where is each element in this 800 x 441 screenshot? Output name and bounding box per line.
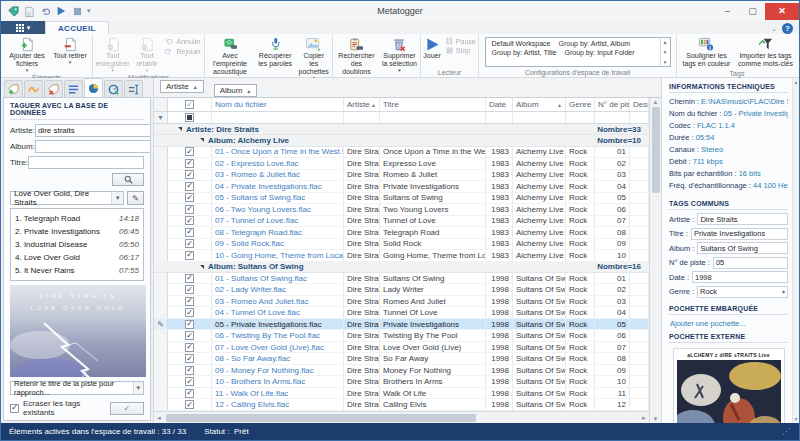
highlight-tags-button[interactable]: Souligner les tags en couleur [679, 35, 735, 69]
minimize-button[interactable]: – [715, 3, 740, 20]
tag-input[interactable]: Rock▾ [697, 286, 788, 298]
row-checkbox[interactable]: ✓ [185, 147, 194, 156]
table-row[interactable]: ✓06 - Two Young Lovers.flacDire StraitsT… [154, 204, 649, 216]
header-titre[interactable]: Titre [380, 98, 486, 111]
row-checkbox[interactable]: ✓ [185, 239, 194, 248]
row-checkbox[interactable]: ✓ [185, 285, 194, 294]
resize-grip[interactable]: ⋰ [782, 427, 791, 436]
edit-release-button[interactable]: ✎ [127, 191, 144, 205]
row-checkbox[interactable]: ✓ [185, 182, 194, 191]
copy-covers-button[interactable]: Copier les pochettes ▾ [296, 35, 331, 81]
header-genre[interactable]: Genre [566, 98, 595, 111]
tab-rename[interactable] [124, 80, 143, 97]
row-checkbox[interactable]: ✓ [185, 159, 194, 168]
track-list-item[interactable]: 3. Industrial Disease05:50 [15, 238, 139, 251]
play-button[interactable]: Jouer [421, 35, 443, 61]
maximize-button[interactable]: ▢ [740, 3, 765, 20]
filter-genre[interactable] [566, 112, 595, 123]
table-row[interactable]: ✓06 - Twisting By The Pool.flacDire Stra… [154, 330, 649, 342]
group-row-album[interactable]: Album: Sultans Of SwingNombre=16 [154, 262, 649, 273]
scroll-up-icon[interactable]: ▲ [663, 39, 668, 45]
header-album[interactable]: Album▲ [513, 98, 566, 111]
remove-all-button[interactable]: Tout retirer ▾ [51, 35, 89, 65]
scroll-down-icon[interactable]: ▼ [663, 49, 668, 55]
table-row[interactable]: ✓12 - Calling Elvis.flacDire StraitsCall… [154, 399, 649, 411]
delete-selection-button[interactable]: Supprimer la sélection ▾ [380, 35, 419, 73]
album-field[interactable] [35, 140, 151, 153]
workspace-item[interactable]: Group by: Artist, Title [488, 48, 561, 57]
filter-album[interactable] [513, 112, 566, 123]
row-checkbox[interactable]: ✓ [185, 170, 194, 179]
table-row[interactable]: ✓09 - Money For Nothing.flacDire Straits… [154, 365, 649, 377]
tag-icon[interactable] [7, 5, 19, 17]
scroll-up-icon[interactable]: ▲ [653, 99, 659, 105]
add-cover-link[interactable]: Ajouter une pochette... [670, 319, 788, 328]
tab-database-tagging[interactable] [84, 78, 103, 97]
table-row[interactable]: ✓03 - Romeo And Juliet.flacDire StraitsR… [154, 296, 649, 308]
table-row[interactable]: ✓04 - Private Investigations.flacDire St… [154, 181, 649, 193]
ribbon-collapse-icon[interactable]: ⌄ [771, 25, 777, 33]
filter-square-button[interactable] [185, 113, 194, 122]
table-row[interactable]: ✓09 - Solid Rock.flacDire StraitsSolid R… [154, 239, 649, 251]
qat-dropdown-icon[interactable]: ▾ [87, 7, 91, 15]
tag-input[interactable]: Dire Straits [697, 213, 788, 225]
workspace-gallery-scrollbar[interactable]: ▲ ▼ ▼ [660, 38, 670, 66]
row-checkbox[interactable]: ✓ [185, 343, 194, 352]
add-files-button[interactable]: Ajouter des fichiers ▾ [4, 35, 50, 73]
header-filename[interactable]: Nom du fichier [212, 98, 344, 111]
row-checkbox[interactable]: ✓ [185, 216, 194, 225]
play-icon[interactable] [55, 5, 67, 17]
help-icon[interactable]: ? [782, 23, 793, 34]
filter-titre[interactable] [380, 112, 486, 123]
tab-accueil[interactable]: ACCUEIL [45, 21, 109, 34]
group-expander-icon[interactable] [200, 265, 204, 269]
right-panel-scrollbar[interactable]: ▲ ▼ [792, 78, 799, 423]
tab-tag-add[interactable] [4, 80, 23, 97]
row-checkbox[interactable]: ✓ [185, 400, 194, 409]
overwrite-tags-checkbox[interactable]: ✓ [10, 404, 19, 413]
row-checkbox[interactable]: ✓ [185, 389, 194, 398]
gallery-expand-icon[interactable]: ▼ [663, 59, 668, 65]
row-checkbox[interactable]: ✓ [185, 297, 194, 306]
horizontal-scrollbar[interactable]: ◄ ► [154, 411, 649, 423]
find-duplicates-button[interactable]: Rechercher des doublons [334, 35, 379, 77]
match-mode-select[interactable]: Retenir le titre de la piste pour rappro… [10, 381, 144, 395]
search-button[interactable] [112, 173, 144, 186]
table-row[interactable]: ✓08 - So Far Away.flacDire StraitsSo Far… [154, 353, 649, 365]
filter-date[interactable] [486, 112, 513, 123]
filter-artiste[interactable] [344, 112, 380, 123]
scroll-right-icon[interactable]: ► [641, 415, 647, 421]
import-tags-keywords-button[interactable]: Importer les tags comme mots-clés [736, 35, 796, 69]
scroll-down-icon[interactable]: ▼ [794, 416, 799, 422]
select-all-checkbox[interactable]: ✓ [185, 100, 194, 109]
table-row[interactable]: ✓07 - Love Over Gold (Live).flacDire Str… [154, 342, 649, 354]
table-row[interactable]: ✓10 - Brothers In Arms.flacDire StraitsB… [154, 376, 649, 388]
header-track[interactable]: N° de piste [595, 98, 630, 111]
workspace-item[interactable]: Group by: Input Folder [560, 48, 638, 57]
workspace-item[interactable]: Default Workspace [488, 39, 555, 48]
header-desc[interactable]: Desc [630, 98, 649, 111]
group-expander-icon[interactable] [178, 127, 182, 131]
scroll-up-icon[interactable]: ▲ [794, 79, 799, 85]
table-row[interactable]: ✓07 - Tunnel of Love.flacDire StraitsTun… [154, 216, 649, 228]
apply-tags-button[interactable]: ✓ [110, 402, 144, 415]
row-checkbox[interactable]: ✓ [185, 274, 194, 283]
artist-field[interactable] [35, 124, 151, 137]
row-checkbox[interactable]: ✓ [185, 251, 194, 260]
table-row[interactable]: ✓02 - Expresso Love.flacDire StraitsExpr… [154, 158, 649, 170]
row-checkbox[interactable]: ✓ [185, 205, 194, 214]
release-select[interactable]: Love Over Gold, Dire Straits ▼ [10, 191, 124, 205]
row-checkbox[interactable]: ✓ [185, 377, 194, 386]
track-list-item[interactable]: 5. It Never Rains07:55 [15, 264, 139, 277]
fetch-lyrics-button[interactable]: Récupérer les paroles [255, 35, 295, 69]
tag-input[interactable]: 05 [713, 257, 788, 269]
tag-input[interactable]: 1998 [692, 271, 788, 283]
scroll-down-icon[interactable]: ▼ [653, 416, 659, 422]
undo-button[interactable]: Annuler [162, 37, 203, 45]
table-row[interactable]: ✓05 - Sultans of Swing.flacDire StraitsS… [154, 193, 649, 205]
row-checkbox[interactable]: ✓ [185, 193, 194, 202]
track-list-item[interactable]: 4. Love Over Gold06:17 [15, 251, 139, 264]
table-row[interactable]: ✓01 - Once Upon a Time in the West.flacD… [154, 147, 649, 159]
undo-icon[interactable] [39, 5, 51, 17]
tab-organize[interactable] [64, 80, 83, 97]
